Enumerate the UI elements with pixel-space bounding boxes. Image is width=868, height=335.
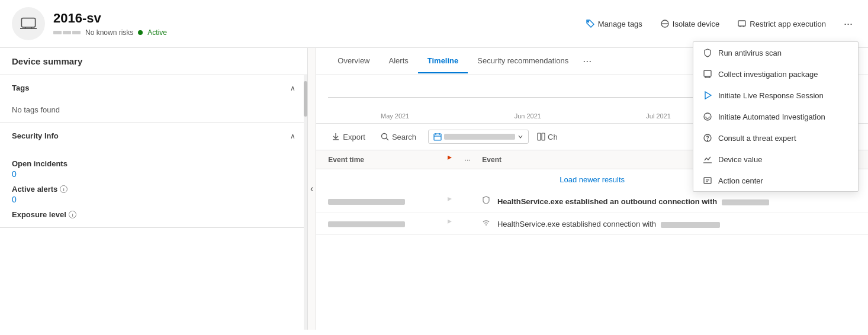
- sidebar-title: Device summary: [12, 56, 82, 66]
- row-flag-icon-2: [446, 219, 454, 226]
- security-info-collapse-icon: ∧: [290, 132, 295, 140]
- menu-consult-expert[interactable]: Consult a threat expert: [693, 127, 858, 149]
- chart-label-1: Jun 2021: [515, 112, 541, 120]
- calendar-icon: [433, 133, 442, 141]
- tags-section-header[interactable]: Tags ∧: [0, 75, 307, 101]
- load-newer-link[interactable]: Load newer results: [560, 175, 625, 184]
- sidebar-header: Device summary: [0, 48, 307, 75]
- sidebar: Device summary Tags ∧ No tags found Secu…: [0, 48, 308, 330]
- restrict-icon: [737, 19, 747, 28]
- security-info-section: Security Info ∧ Open incidents 0 Active …: [0, 123, 307, 228]
- col-more-header: ···: [464, 155, 482, 164]
- date-range-value: [444, 134, 515, 140]
- svg-rect-4: [738, 21, 745, 26]
- svg-point-14: [707, 140, 708, 140]
- search-icon: [381, 133, 389, 141]
- svg-line-24: [386, 138, 388, 141]
- export-icon: [332, 133, 340, 141]
- active-status-label: Active: [147, 28, 167, 37]
- exposure-info-icon: i: [69, 211, 76, 218]
- chart-label-2: Jul 2021: [646, 112, 671, 120]
- dropdown-menu: Run antivirus scan Collect investigation…: [693, 41, 859, 192]
- sidebar-collapse-button[interactable]: ‹: [308, 48, 316, 330]
- security-info-label: Security Info: [12, 131, 59, 140]
- col-event-time-header: Event time: [328, 156, 446, 164]
- export-button[interactable]: Export: [328, 130, 369, 144]
- isolate-icon: [660, 19, 670, 28]
- investigation-icon: [703, 112, 712, 121]
- device-meta: No known risks Active: [53, 28, 582, 37]
- menu-run-antivirus[interactable]: Run antivirus scan: [693, 42, 858, 63]
- no-known-risks-label: No known risks: [85, 28, 133, 37]
- date-filter[interactable]: [428, 130, 529, 144]
- play-icon: [703, 91, 712, 100]
- device-info: 2016-sv No known risks Active: [53, 11, 582, 37]
- open-incidents-value: 0: [12, 169, 295, 179]
- scroll-thumb: [304, 81, 307, 117]
- svg-marker-11: [705, 92, 711, 99]
- chart-label-0: May 2021: [381, 112, 409, 120]
- svg-rect-29: [538, 133, 541, 140]
- manage-tags-button[interactable]: Manage tags: [582, 17, 646, 31]
- row-flag-1: [446, 197, 464, 205]
- tab-overview[interactable]: Overview: [328, 49, 379, 73]
- tags-body: No tags found: [0, 101, 307, 123]
- collect-icon: [703, 69, 712, 79]
- tabs-more-button[interactable]: ···: [578, 48, 596, 75]
- row-event-2: HealthService.exe established connection…: [482, 218, 856, 228]
- svg-text:i: i: [72, 212, 73, 218]
- header-actions: Manage tags Isolate device Restrict app …: [582, 17, 856, 31]
- menu-collect-investigation[interactable]: Collect investigation package: [693, 63, 858, 85]
- isolate-device-button[interactable]: Isolate device: [657, 17, 724, 31]
- active-alerts-label: Active alerts i: [12, 185, 295, 194]
- restrict-app-button[interactable]: Restrict app execution: [734, 17, 830, 31]
- dropdown-arrow-icon: [517, 134, 523, 140]
- more-actions-button[interactable]: ···: [840, 17, 856, 31]
- table-rows: HealthService.exe established an outboun…: [316, 190, 868, 235]
- sidebar-content: Tags ∧ No tags found Security Info ∧ Ope…: [0, 75, 307, 330]
- tab-security-recommendations[interactable]: Security recommendations: [468, 49, 578, 73]
- security-info-body: Open incidents 0 Active alerts i 0 Expos…: [0, 149, 307, 227]
- wifi-event-icon: [482, 218, 490, 227]
- svg-point-1: [587, 21, 589, 22]
- svg-text:i: i: [63, 187, 65, 192]
- laptop-icon: [20, 15, 37, 32]
- tags-label: Tags: [12, 83, 29, 92]
- columns-button[interactable]: Ch: [537, 133, 558, 141]
- row-time-1: [328, 197, 446, 205]
- columns-icon: [537, 133, 545, 141]
- menu-automated-investigation[interactable]: Initiate Automated Investigation: [693, 106, 858, 127]
- svg-rect-16: [704, 178, 711, 183]
- svg-rect-25: [434, 134, 441, 140]
- tags-collapse-icon: ∧: [290, 84, 295, 92]
- device-value-icon: [703, 154, 712, 164]
- device-name: 2016-sv: [53, 11, 582, 26]
- shield-event-icon: [482, 196, 490, 204]
- tab-timeline[interactable]: Timeline: [418, 49, 468, 73]
- menu-device-value[interactable]: Device value: [693, 149, 858, 170]
- question-icon: [703, 133, 712, 143]
- wifi-icon: [482, 218, 490, 227]
- no-tags-text: No tags found: [12, 105, 60, 114]
- tag-icon: [586, 19, 595, 28]
- open-incidents-label: Open incidents: [12, 159, 295, 168]
- svg-point-12: [704, 113, 711, 120]
- security-info-header[interactable]: Security Info ∧: [0, 123, 307, 149]
- menu-live-response[interactable]: Initiate Live Response Session: [693, 85, 858, 106]
- menu-action-center[interactable]: Action center: [693, 170, 858, 191]
- shield-icon: [482, 196, 490, 204]
- table-row[interactable]: HealthService.exe established connection…: [316, 212, 868, 235]
- tags-section: Tags ∧ No tags found: [0, 75, 307, 123]
- action-center-icon: [703, 176, 712, 185]
- page-header: 2016-sv No known risks Active Manage tag…: [0, 0, 868, 48]
- col-flag-header: [446, 155, 464, 164]
- search-button[interactable]: Search: [377, 130, 420, 144]
- risk-bars: [53, 31, 81, 34]
- tab-alerts[interactable]: Alerts: [380, 49, 418, 73]
- table-row[interactable]: HealthService.exe established an outboun…: [316, 190, 868, 212]
- active-status-dot: [138, 30, 143, 35]
- svg-rect-7: [704, 70, 711, 76]
- shield-menu-icon: [703, 48, 712, 57]
- svg-point-31: [486, 224, 487, 226]
- svg-rect-30: [542, 133, 545, 140]
